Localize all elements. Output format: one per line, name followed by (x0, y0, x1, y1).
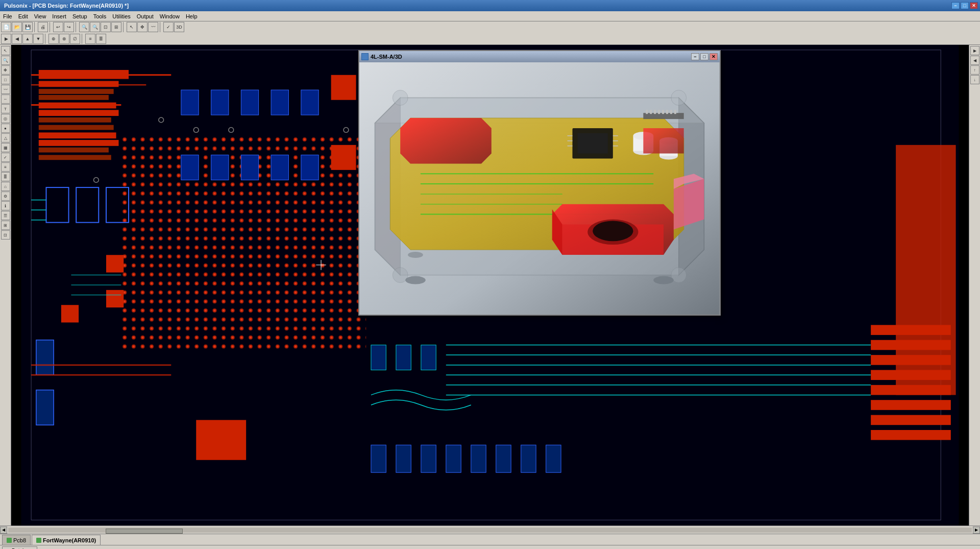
tb-save[interactable]: 💾 (22, 22, 33, 32)
tb-select[interactable]: ↖ (127, 22, 137, 32)
menu-file[interactable]: File (0, 12, 15, 20)
scroll-right-btn[interactable]: ▶ (973, 527, 980, 534)
menu-window[interactable]: Window (157, 12, 183, 20)
tb-zoom-fit[interactable]: ⊡ (101, 22, 111, 32)
tb-zoom-out[interactable]: 🔍 (90, 22, 100, 32)
tb-route[interactable]: 〰 (148, 22, 158, 32)
svg-marker-116 (643, 128, 683, 154)
window-3d-icon (361, 53, 369, 60)
menu-output[interactable]: Output (134, 12, 157, 20)
window-3d-minimize[interactable]: − (691, 53, 699, 60)
tab-fortwayne[interactable]: FortWayne(AR0910) (32, 535, 101, 545)
menu-tools[interactable]: Tools (90, 12, 110, 20)
svg-rect-71 (871, 400, 951, 410)
database-button[interactable]: ⊕ Database (2, 546, 37, 549)
tb-zoom-in[interactable]: 🔍 (79, 22, 89, 32)
sb-settings[interactable]: ⚙ (1, 192, 10, 201)
sb-shape[interactable]: △ (1, 133, 10, 142)
window-3d-title-left: 4L-SM-A/3D (361, 53, 402, 60)
tb-redo[interactable]: ↪ (64, 22, 74, 32)
svg-rect-69 (871, 370, 951, 380)
scroll-track-h[interactable] (8, 528, 972, 533)
sb-select[interactable]: ↖ (1, 46, 10, 55)
maximize-button[interactable]: □ (961, 2, 969, 9)
h-scrollbar[interactable]: ◀ ▶ (0, 526, 980, 534)
tab-bar: Pcb8 FortWayne(AR0910) (0, 534, 980, 545)
tb-sep-6 (45, 34, 47, 44)
pcb-canvas[interactable]: 4L-SM-A/3D − □ ✕ (11, 45, 969, 526)
sb-via[interactable]: ◎ (1, 114, 10, 123)
svg-rect-14 (39, 95, 109, 100)
tb-r6[interactable]: ⊗ (59, 34, 69, 44)
tab-pcb8[interactable]: Pcb8 (2, 535, 31, 545)
tb-r7[interactable]: ∅ (70, 34, 80, 44)
sb-text[interactable]: T (1, 104, 10, 113)
scroll-thumb-h[interactable] (106, 529, 183, 534)
menu-setup[interactable]: Setup (69, 12, 90, 20)
menu-edit[interactable]: Edit (15, 12, 31, 20)
svg-rect-38 (211, 155, 229, 180)
sb-copper[interactable]: ▦ (1, 143, 10, 152)
window-controls: − □ ✕ (951, 2, 978, 9)
window-3d-close[interactable]: ✕ (709, 53, 718, 60)
tb-r5[interactable]: ⊕ (48, 34, 59, 44)
tb-drc[interactable]: ✓ (163, 22, 174, 32)
sb-extra2[interactable]: ⊞ (1, 221, 10, 230)
svg-rect-66 (871, 325, 951, 335)
rs-btn4[interactable]: ↓ (970, 75, 979, 84)
sb-measure[interactable]: ⌂ (1, 182, 10, 191)
close-button[interactable]: ✕ (970, 2, 978, 9)
sb-route[interactable]: 〰 (1, 85, 10, 94)
menu-utilities[interactable]: Utilities (109, 12, 133, 20)
rs-btn3[interactable]: ↑ (970, 65, 979, 75)
sb-info[interactable]: ℹ (1, 201, 10, 210)
title-bar: Pulsonix - [PCB Design: FortWayne(AR0910… (0, 0, 980, 11)
sb-drc[interactable]: ✓ (1, 153, 10, 162)
sb-extra3[interactable]: ⊡ (1, 230, 10, 240)
sb-netlist[interactable]: ≣ (1, 172, 10, 181)
svg-rect-43 (331, 145, 356, 170)
3d-model-svg (359, 62, 720, 315)
rs-btn2[interactable]: ◀ (970, 56, 979, 65)
svg-rect-72 (871, 415, 951, 425)
svg-rect-35 (271, 90, 288, 115)
window-3d-titlebar[interactable]: 4L-SM-A/3D − □ ✕ (359, 51, 720, 62)
tb-new[interactable]: 📄 (1, 22, 11, 32)
rs-btn1[interactable]: ▶ (970, 46, 979, 55)
toolbar-row-2: ▶ ◀ ▲ ▼ ⊕ ⊗ ∅ ≡ ≣ (0, 33, 980, 45)
tab-pcb8-icon (7, 538, 12, 543)
window-3d-maximize[interactable]: □ (700, 53, 708, 60)
svg-rect-75 (396, 445, 411, 472)
window-3d[interactable]: 4L-SM-A/3D − □ ✕ (358, 50, 721, 316)
tb-r1[interactable]: ▶ (1, 34, 11, 44)
tb-r9[interactable]: ≣ (96, 34, 106, 44)
sb-extra1[interactable]: ☰ (1, 211, 10, 220)
svg-rect-121 (650, 110, 652, 114)
sb-pan[interactable]: ✥ (1, 65, 10, 75)
menu-insert[interactable]: Insert (49, 12, 69, 20)
sb-zoom[interactable]: 🔍 (1, 56, 10, 65)
tb-3d[interactable]: 3D (174, 22, 184, 32)
window-3d-controls: − □ ✕ (691, 53, 718, 60)
menu-view[interactable]: View (31, 12, 50, 20)
svg-rect-124 (662, 110, 664, 114)
svg-rect-22 (39, 155, 111, 160)
tb-move[interactable]: ✥ (137, 22, 148, 32)
tb-undo[interactable]: ↩ (53, 22, 63, 32)
sb-pad[interactable]: ● (1, 124, 10, 133)
tb-r3[interactable]: ▲ (22, 34, 33, 44)
minimize-button[interactable]: − (951, 2, 960, 9)
app-title: Pulsonix - [PCB Design: FortWayne(AR0910… (2, 3, 129, 9)
scroll-left-btn[interactable]: ◀ (0, 527, 7, 534)
menu-help[interactable]: Help (183, 12, 201, 20)
sb-component[interactable]: □ (1, 75, 10, 84)
tb-open[interactable]: 📂 (12, 22, 22, 32)
tb-r4[interactable]: ▼ (33, 34, 43, 44)
tb-print[interactable]: 🖨 (38, 22, 48, 32)
tb-r2[interactable]: ◀ (12, 34, 22, 44)
sb-layers[interactable]: ≡ (1, 162, 10, 172)
toolbar-area: 📄 📂 💾 🖨 ↩ ↪ 🔍 🔍 ⊡ ⊞ ↖ ✥ 〰 ✓ 3D ▶ ◀ ▲ ▼ ⊕… (0, 21, 980, 45)
sb-wire[interactable]: ╌ (1, 94, 10, 104)
tb-zoom-area[interactable]: ⊞ (111, 22, 121, 32)
tb-r8[interactable]: ≡ (85, 34, 95, 44)
